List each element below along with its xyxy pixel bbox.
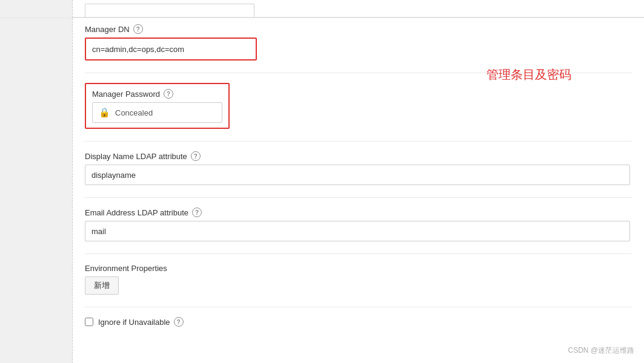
ignore-unavailable-label: Ignore if Unavailable ? xyxy=(98,317,184,327)
top-partial-area xyxy=(0,0,644,18)
lock-icon: 🔒 xyxy=(99,107,110,118)
ignore-unavailable-row: Ignore if Unavailable ? xyxy=(85,317,632,327)
page-container: 管理条目及密码 Manager DN ? Manager Password ? xyxy=(0,0,644,363)
divider-5 xyxy=(85,307,632,307)
watermark: CSDN @迷茫运维路 xyxy=(568,345,634,356)
email-address-ldap-label: Email Address LDAP attribute ? xyxy=(85,208,632,217)
environment-properties-section: Environment Properties 新增 xyxy=(85,264,632,295)
divider-2 xyxy=(85,141,632,142)
ignore-unavailable-checkbox[interactable] xyxy=(85,318,93,326)
manager-dn-help-icon[interactable]: ? xyxy=(133,24,143,34)
manager-password-highlighted-wrapper: Manager Password ? 🔒 Concealed xyxy=(85,83,230,129)
email-address-ldap-section: Email Address LDAP attribute ? xyxy=(85,208,632,241)
left-panel xyxy=(0,18,73,363)
divider-3 xyxy=(85,197,632,198)
ignore-unavailable-section: Ignore if Unavailable ? xyxy=(85,317,632,327)
manager-dn-highlighted-wrapper xyxy=(85,38,257,60)
manager-dn-section: Manager DN ? xyxy=(85,24,632,60)
divider-1 xyxy=(85,73,632,73)
display-name-ldap-label: Display Name LDAP attribute ? xyxy=(85,151,632,161)
manager-password-field[interactable]: 🔒 Concealed xyxy=(92,102,222,123)
manager-dn-label: Manager DN ? xyxy=(85,24,632,34)
main-content: 管理条目及密码 Manager DN ? Manager Password ? xyxy=(0,18,644,363)
email-address-ldap-input[interactable] xyxy=(85,221,630,241)
add-environment-property-button[interactable]: 新增 xyxy=(85,276,119,295)
display-name-ldap-section: Display Name LDAP attribute ? xyxy=(85,151,632,185)
manager-password-section: Manager Password ? 🔒 Concealed xyxy=(85,83,632,129)
manager-password-label: Manager Password ? xyxy=(92,89,222,99)
annotation-label: 管理条目及密码 xyxy=(486,67,571,83)
divider-4 xyxy=(85,253,632,254)
manager-password-help-icon[interactable]: ? xyxy=(164,89,173,99)
ignore-unavailable-help-icon[interactable]: ? xyxy=(174,317,184,327)
environment-properties-label: Environment Properties xyxy=(85,264,632,273)
email-address-ldap-help-icon[interactable]: ? xyxy=(192,208,202,217)
concealed-text: Concealed xyxy=(115,108,153,117)
form-area: 管理条目及密码 Manager DN ? Manager Password ? xyxy=(73,18,644,363)
display-name-ldap-help-icon[interactable]: ? xyxy=(191,151,201,161)
manager-dn-input[interactable] xyxy=(86,39,256,59)
display-name-ldap-input[interactable] xyxy=(85,165,630,185)
